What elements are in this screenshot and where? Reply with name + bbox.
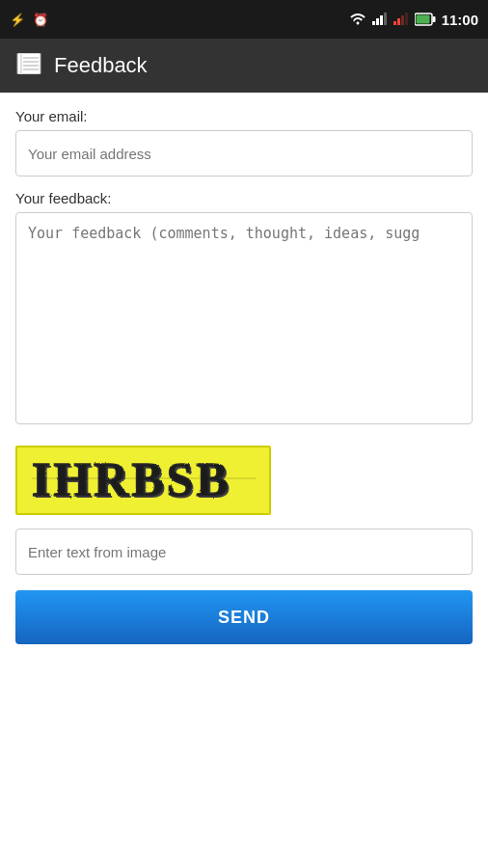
svg-rect-0 bbox=[372, 21, 375, 25]
notebook-icon bbox=[15, 53, 42, 78]
main-content: Your email: Your feedback: IHRBSB IHRBSB bbox=[0, 93, 488, 868]
signal-icon bbox=[372, 12, 388, 28]
svg-rect-5 bbox=[397, 18, 400, 25]
alarm-icon: ⏰ bbox=[33, 13, 48, 27]
wifi-icon bbox=[349, 12, 366, 28]
status-bar-right: 11:00 bbox=[349, 12, 478, 28]
feedback-textarea[interactable] bbox=[15, 212, 473, 424]
svg-text:IHRBSB: IHRBSB bbox=[32, 452, 231, 506]
svg-rect-9 bbox=[416, 15, 429, 24]
svg-rect-6 bbox=[401, 15, 404, 25]
captcha-image: IHRBSB IHRBSB bbox=[15, 446, 271, 515]
send-button[interactable]: SEND bbox=[15, 590, 473, 644]
svg-rect-1 bbox=[376, 18, 379, 25]
email-label: Your email: bbox=[15, 108, 473, 124]
svg-rect-4 bbox=[393, 21, 396, 25]
app-bar-title: Feedback bbox=[54, 53, 148, 78]
feedback-label: Your feedback: bbox=[15, 190, 473, 206]
status-time: 11:00 bbox=[442, 12, 478, 28]
usb-icon: ⚡ bbox=[10, 13, 25, 27]
svg-rect-10 bbox=[432, 16, 435, 22]
email-input[interactable] bbox=[15, 130, 473, 176]
status-bar-left: ⚡ ⏰ bbox=[10, 13, 48, 27]
battery-icon bbox=[415, 13, 436, 26]
svg-rect-7 bbox=[405, 13, 408, 25]
svg-rect-3 bbox=[384, 13, 387, 25]
signal2-icon bbox=[393, 12, 409, 28]
svg-rect-2 bbox=[380, 15, 383, 25]
status-bar: ⚡ ⏰ bbox=[0, 0, 488, 39]
app-bar: Feedback bbox=[0, 39, 488, 93]
svg-rect-12 bbox=[20, 53, 22, 74]
captcha-input[interactable] bbox=[15, 529, 473, 575]
captcha-text: IHRBSB IHRBSB bbox=[28, 449, 259, 511]
